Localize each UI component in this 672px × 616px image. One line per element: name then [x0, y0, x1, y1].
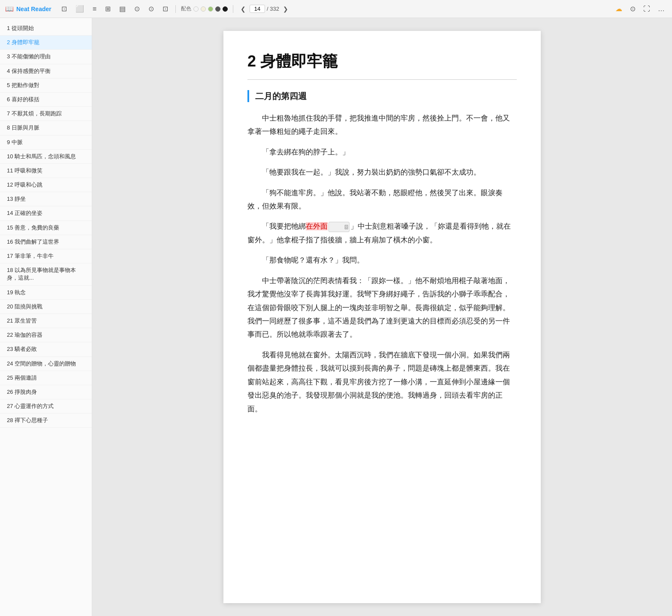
sidebar-item-1[interactable]: 1 從頭開始	[0, 21, 92, 36]
grid-icon[interactable]: ⊞	[103, 3, 113, 15]
sidebar-item-8[interactable]: 8 日脈與月脈	[0, 121, 92, 135]
color-label: 配色	[181, 5, 191, 12]
dialogue-1: 「拿去綁在狗的脖子上。」	[247, 145, 517, 159]
menu-icon[interactable]: ≡	[90, 3, 99, 15]
toolbar: 📖 Neat Reader ⊡ ⬜ ≡ ⊞ ▤ ⊙ ⊙ ⊡ 配色 ❮ / 332…	[0, 0, 672, 18]
save-icon[interactable]: ⊡	[59, 3, 69, 15]
chapter-title: 2 身體即牢籠	[247, 51, 517, 72]
sidebar-item-14[interactable]: 14 正確的坐姿	[0, 206, 92, 220]
sidebar-item-16[interactable]: 16 我們曲解了這世界	[0, 235, 92, 249]
color-dot-white[interactable]	[193, 6, 199, 12]
sidebar-item-15[interactable]: 15 善意，免費的良藥	[0, 221, 92, 235]
sidebar-item-13[interactable]: 13 靜坐	[0, 192, 92, 206]
sidebar-item-4[interactable]: 4 保持感覺的平衡	[0, 64, 92, 79]
section-heading: 二月的第四週	[247, 90, 517, 102]
color-dot-darkgray[interactable]	[215, 6, 220, 12]
toolbar-divider-2	[233, 5, 233, 13]
copy-icon[interactable]: ⬜	[73, 3, 86, 15]
sidebar-item-18[interactable]: 18 以為所見事物就是事物本身，這就...	[0, 263, 92, 285]
app-brand: 📖 Neat Reader	[5, 5, 51, 13]
paragraph-4: 中士帶著陰沉的茫罔表情看我：「跟妳一樣。」他不耐煩地用棍子敲著地面，我才驚覺他沒…	[247, 274, 517, 341]
fullscreen-icon[interactable]: ⛶	[641, 3, 652, 15]
sidebar-item-6[interactable]: 6 喜好的樣括	[0, 93, 92, 107]
page-prev-button[interactable]: ❮	[238, 5, 248, 13]
dialogue-4: 「那食物呢？還有水？」我問。	[247, 254, 517, 267]
paragraph-5: 我看得見牠就在窗外。太陽西沉時，我們在牆底下發現一個小洞。如果我們兩個都盡量把身…	[247, 348, 517, 416]
chapter-number: 2	[247, 52, 260, 70]
layout-icon[interactable]: ▤	[117, 3, 128, 15]
chapter-divider	[247, 79, 517, 80]
chapter-title-text: 身體即牢籠	[260, 52, 338, 70]
highlighted-text: 在外面	[306, 222, 328, 230]
page-navigation: ❮ / 332 ❯	[238, 5, 290, 13]
search-icon-1[interactable]: ⊙	[132, 3, 142, 15]
sidebar-item-5[interactable]: 5 把動作做對	[0, 79, 92, 93]
paragraph-3: 「狗不能進牢房。」他說。我站著不動，怒眼瞪他，然後哭了出來。眼淚奏效，但效果有限…	[247, 186, 517, 213]
dialogue-2: 「牠要跟我在一起。」我說，努力裝出奶奶的強勢口氣卻不太成功。	[247, 166, 517, 179]
search-icon-2[interactable]: ⊙	[146, 3, 156, 15]
expand-icon[interactable]: ⊡	[160, 3, 170, 15]
sidebar-item-11[interactable]: 11 呼吸和微笑	[0, 164, 92, 178]
main-layout: 1 從頭開始 2 身體即牢籠 3 不能傷懶的理由 4 保持感覺的平衡 5 把動作…	[0, 18, 672, 616]
paragraph-1: 中士粗魯地抓住我的手臂，把我推進中間的牢房，然後拴上門。不一會，他又拿著一條粗短…	[247, 112, 517, 139]
sidebar-item-2[interactable]: 2 身體即牢籠	[0, 36, 92, 50]
sidebar-item-22[interactable]: 22 瑜伽的容器	[0, 328, 92, 342]
search-right-icon[interactable]: ⊙	[628, 3, 638, 15]
sidebar-item-24[interactable]: 24 空間的贈物，心靈的贈物	[0, 357, 92, 371]
book-page: 2 身體即牢籠 二月的第四週 中士粗魯地抓住我的手臂，把我推進中間的牢房，然後拴…	[223, 31, 541, 603]
page-next-button[interactable]: ❯	[281, 5, 290, 13]
more-icon[interactable]: …	[656, 3, 667, 15]
sidebar-item-7[interactable]: 7 不厭其煩，長期跑踪	[0, 107, 92, 121]
dialogue-3: 「我要把牠綁在外面⌹」中士刻意粗著嗓子說，「妳還是看得到牠，就在窗外。」他拿棍子…	[247, 220, 517, 247]
app-logo-icon: 📖	[5, 5, 14, 13]
sidebar-item-28[interactable]: 28 禪下心思種子	[0, 414, 92, 428]
page-current-input[interactable]	[250, 5, 265, 13]
sidebar-item-25[interactable]: 25 兩個邀請	[0, 371, 92, 385]
sidebar-item-26[interactable]: 26 掙脫肉身	[0, 385, 92, 399]
page-separator: / 332	[267, 6, 279, 12]
sidebar-item-21[interactable]: 21 眾生皆苦	[0, 314, 92, 328]
annotation-icon[interactable]: ⌹	[328, 222, 350, 232]
app-name: Neat Reader	[16, 6, 51, 12]
sidebar-item-23[interactable]: 23 驕者必敗	[0, 342, 92, 356]
sidebar: 1 從頭開始 2 身體即牢籠 3 不能傷懶的理由 4 保持感覺的平衡 5 把動作…	[0, 18, 92, 616]
color-dot-lightyellow[interactable]	[201, 6, 206, 12]
toolbar-divider-1	[175, 5, 176, 13]
sidebar-item-12[interactable]: 12 呼吸和心跳	[0, 178, 92, 192]
sidebar-item-9[interactable]: 9 中脈	[0, 136, 92, 150]
content-area: 2 身體即牢籠 二月的第四週 中士粗魯地抓住我的手臂，把我推進中間的牢房，然後拴…	[92, 18, 672, 616]
sidebar-item-3[interactable]: 3 不能傷懶的理由	[0, 50, 92, 64]
right-toolbar: ☁ ⊙ ⛶ …	[613, 3, 667, 15]
sidebar-item-10[interactable]: 10 騎士和馬匹，念頭和風息	[0, 150, 92, 164]
color-dot-black[interactable]	[223, 6, 228, 12]
sidebar-item-20[interactable]: 20 阻撓與挑戰	[0, 300, 92, 314]
sidebar-item-27[interactable]: 27 心靈運作的方式	[0, 399, 92, 414]
color-picker: 配色	[181, 5, 228, 12]
color-dot-lightgreen[interactable]	[208, 6, 213, 12]
sidebar-item-17[interactable]: 17 筆非筆，牛非牛	[0, 249, 92, 263]
cloud-icon[interactable]: ☁	[613, 3, 624, 15]
sidebar-item-19[interactable]: 19 執念	[0, 286, 92, 300]
